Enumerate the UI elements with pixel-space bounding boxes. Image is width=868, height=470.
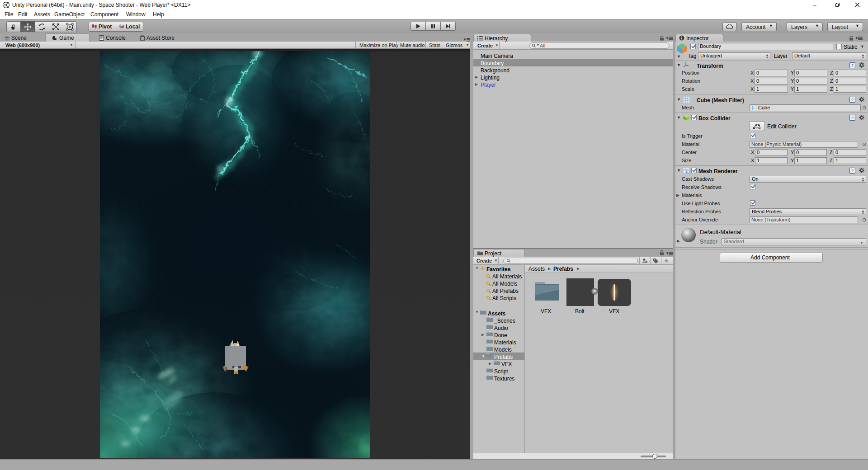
- svg-text:?: ?: [851, 98, 854, 102]
- svg-text:?: ?: [851, 116, 854, 120]
- svg-text:?: ?: [851, 63, 854, 68]
- svg-text:?: ?: [851, 169, 854, 173]
